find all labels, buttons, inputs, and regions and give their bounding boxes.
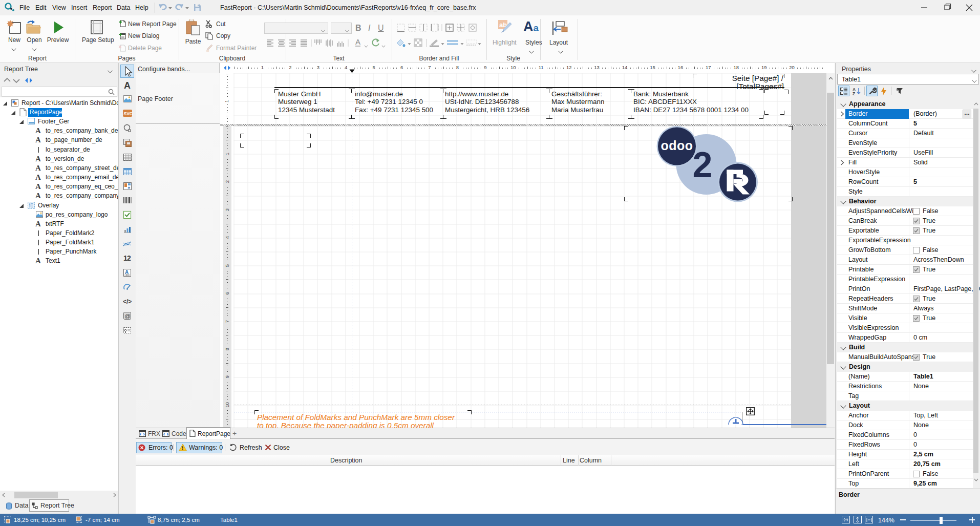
svg-text:A: A <box>35 220 41 228</box>
svg-text:A: A <box>35 155 41 163</box>
svg-text:A: A <box>35 192 41 200</box>
svg-text:</>: </> <box>123 298 132 305</box>
svg-text:SVG: SVG <box>124 111 133 116</box>
svg-text:@: @ <box>125 313 131 319</box>
svg-text:A: A <box>124 80 131 91</box>
svg-text:A: A <box>35 257 41 265</box>
svg-text:A: A <box>35 173 41 181</box>
svg-text:A: A <box>35 164 41 172</box>
svg-text:A: A <box>35 127 41 135</box>
svg-text:odoo: odoo <box>661 138 693 153</box>
svg-text:2: 2 <box>127 254 131 262</box>
svg-text:A: A <box>125 269 129 275</box>
svg-text:A: A <box>35 182 41 191</box>
svg-text:2: 2 <box>693 145 713 185</box>
svg-text:A: A <box>35 136 41 144</box>
svg-text:Z: Z <box>853 91 855 96</box>
